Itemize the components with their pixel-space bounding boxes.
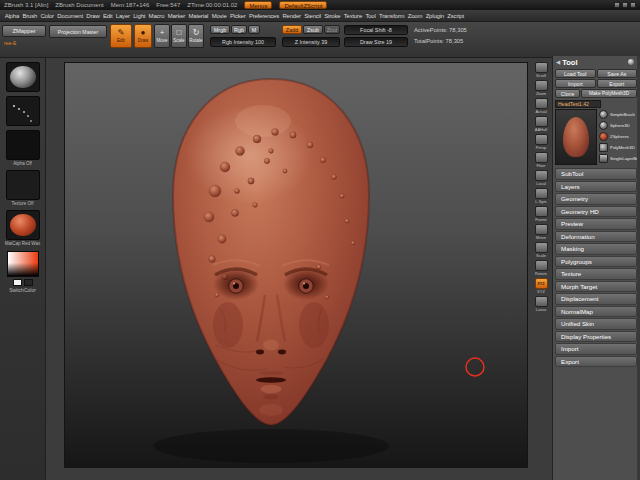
shelf-button-icon[interactable] — [535, 188, 548, 199]
subpalette-bar[interactable]: Display Properties — [555, 331, 637, 343]
shelf-button-icon[interactable] — [535, 170, 548, 181]
load-tool-button[interactable]: Load Tool — [555, 69, 596, 78]
menu-item[interactable]: Zplugin — [424, 13, 446, 19]
sculpt-viewport[interactable] — [65, 63, 527, 467]
shelf-button-icon[interactable]: XYZ — [535, 278, 548, 289]
active-tool-thumbnail[interactable] — [555, 109, 597, 165]
shelf-item[interactable]: L.Sym — [535, 188, 548, 204]
shelf-item[interactable]: XYZ XYZ — [535, 278, 548, 294]
subpalette-bar[interactable]: Layers — [555, 181, 637, 193]
shelf-item[interactable]: Floor — [535, 152, 548, 168]
current-brush-thumbnail[interactable] — [6, 62, 40, 92]
shelf-item[interactable]: Rotate — [535, 260, 548, 276]
shelf-item[interactable]: Lasso — [535, 296, 548, 312]
focal-shift-slider[interactable]: Focal Shift -8 — [344, 25, 408, 35]
menu-item[interactable]: Macro — [147, 13, 166, 19]
minimize-icon[interactable] — [614, 2, 620, 8]
z-intensity-slider[interactable]: Z Intensity 39 — [282, 37, 340, 47]
rotate-mode-button[interactable]: ↻ Rotate — [188, 24, 204, 48]
quick-pick-item[interactable]: PolyMesh3D — [599, 142, 637, 152]
material-selector[interactable] — [6, 210, 40, 240]
draw-mode-button[interactable]: ● Draw — [134, 24, 152, 48]
texture-selector[interactable] — [6, 170, 40, 200]
rgb-intensity-slider[interactable]: Rgb Intensity 100 — [210, 37, 276, 47]
shelf-button-icon[interactable] — [535, 242, 548, 253]
tool-palette-header[interactable]: ◀ Tool — [553, 56, 640, 68]
menu-item[interactable]: Color — [39, 13, 56, 19]
projection-master-button[interactable]: Projection Master — [49, 25, 107, 38]
shelf-item[interactable]: AAHalf — [535, 116, 548, 132]
shelf-item[interactable]: Zoom — [535, 80, 548, 96]
zadd-button[interactable]: Zadd — [282, 25, 302, 34]
menu-item[interactable]: Layer — [114, 13, 131, 19]
switch-color-button[interactable]: SwitchColor — [0, 288, 45, 293]
subpalette-bar[interactable]: Unified Skin — [555, 318, 637, 330]
shelf-button-icon[interactable] — [535, 80, 548, 91]
subpalette-bar[interactable]: Deformation — [555, 231, 637, 243]
menu-item[interactable]: Picker — [228, 13, 247, 19]
save-as-button[interactable]: Save As — [597, 69, 638, 78]
clone-button[interactable]: Clone — [555, 89, 580, 98]
close-icon[interactable] — [630, 2, 636, 8]
menu-item[interactable]: Marker — [166, 13, 187, 19]
subpalette-bar[interactable]: SubTool — [555, 168, 637, 180]
shelf-item[interactable]: Persp — [535, 134, 548, 150]
make-polymesh3d-button[interactable]: Make PolyMesh3D — [581, 89, 637, 98]
move-mode-button[interactable]: + Move — [154, 24, 170, 48]
zsub-button[interactable]: Zsub — [303, 25, 323, 34]
menu-item[interactable]: Draw — [85, 13, 102, 19]
shelf-item[interactable]: Move — [535, 224, 548, 240]
scale-mode-button[interactable]: □ Scale — [171, 24, 187, 48]
shelf-item[interactable]: Scroll — [535, 62, 548, 78]
shelf-button-icon[interactable] — [535, 62, 548, 73]
zcut-button[interactable]: Zcut — [324, 25, 340, 34]
quick-pick-item[interactable]: Sphere3D — [599, 120, 637, 130]
document-canvas[interactable] — [64, 62, 528, 468]
menu-item[interactable]: Transform — [377, 13, 406, 19]
restore-icon[interactable] — [622, 2, 628, 8]
subpalette-bar[interactable]: Polygroups — [555, 256, 637, 268]
shelf-button-icon[interactable] — [535, 224, 548, 235]
subpalette-bar[interactable]: Masking — [555, 243, 637, 255]
subpalette-bar[interactable]: Displacement — [555, 293, 637, 305]
import-tool-button[interactable]: Import — [555, 79, 596, 88]
menu-item[interactable]: Stencil — [303, 13, 323, 19]
mrgb-button[interactable]: Mrgb — [210, 25, 230, 34]
shelf-button-icon[interactable] — [535, 260, 548, 271]
menu-item[interactable]: Zscript — [446, 13, 466, 19]
panel-collapse-icon[interactable]: ◀ — [556, 59, 560, 65]
shelf-button-icon[interactable] — [535, 296, 548, 307]
shelf-button-icon[interactable] — [535, 98, 548, 109]
menu-item[interactable]: Document — [56, 13, 85, 19]
menu-item[interactable]: Texture — [342, 13, 364, 19]
zmapper-button[interactable]: ZMapper — [2, 25, 46, 37]
quick-pick-item[interactable]: SimpleBrush — [599, 109, 637, 119]
subpalette-bar[interactable]: Export — [555, 356, 637, 368]
draw-size-slider[interactable]: Draw Size 19 — [344, 37, 408, 47]
m-button[interactable]: M — [248, 25, 260, 34]
alt-color-swatch[interactable] — [24, 279, 33, 286]
subpalette-bar[interactable]: Texture — [555, 268, 637, 280]
shelf-item[interactable]: Local — [535, 170, 548, 186]
menus-button[interactable]: Menus — [244, 1, 272, 9]
export-tool-button[interactable]: Export — [597, 79, 638, 88]
menu-item[interactable]: Light — [132, 13, 147, 19]
shelf-item[interactable]: Actual — [535, 98, 548, 114]
edit-mode-button[interactable]: ✎ Edit — [110, 24, 132, 48]
menu-item[interactable]: Edit — [101, 13, 114, 19]
menu-item[interactable]: Material — [187, 13, 210, 19]
shelf-item[interactable]: Frame — [535, 206, 548, 222]
color-picker[interactable] — [7, 251, 39, 277]
main-color-swatch[interactable] — [13, 279, 22, 286]
shelf-button-icon[interactable] — [535, 134, 548, 145]
alpha-selector[interactable] — [6, 130, 40, 160]
subpalette-bar[interactable]: Geometry HD — [555, 206, 637, 218]
menu-item[interactable]: Render — [281, 13, 303, 19]
menu-item[interactable]: Stroke — [323, 13, 343, 19]
shelf-button-icon[interactable] — [535, 116, 548, 127]
stroke-selector[interactable] — [6, 96, 40, 126]
menu-item[interactable]: Movie — [210, 13, 228, 19]
menu-item[interactable]: Tool — [364, 13, 378, 19]
shelf-button-icon[interactable] — [535, 206, 548, 217]
subpalette-bar[interactable]: NormalMap — [555, 306, 637, 318]
